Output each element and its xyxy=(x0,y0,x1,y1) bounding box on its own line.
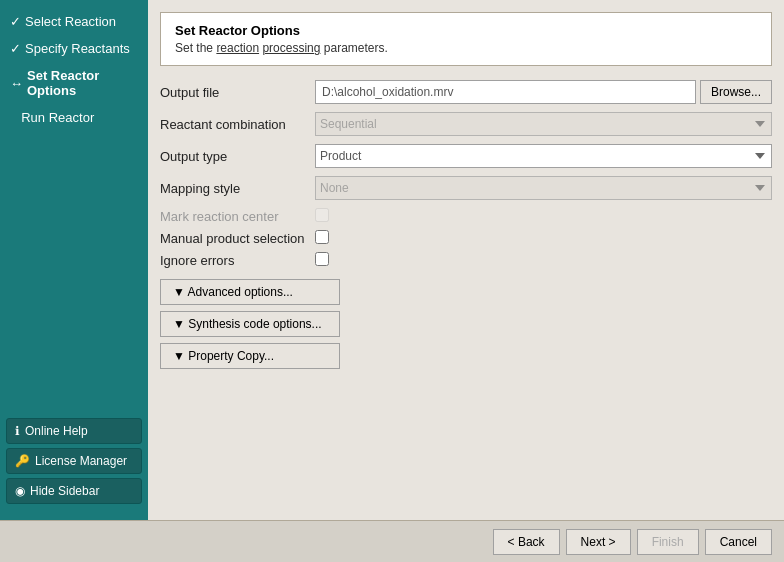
advanced-options-button[interactable]: ▼ Advanced options... xyxy=(160,279,340,305)
output-type-select[interactable]: Product Reaction Both xyxy=(315,144,772,168)
sidebar-item-label: Select Reaction xyxy=(25,14,116,29)
key-icon: 🔑 xyxy=(15,454,30,468)
ignore-errors-label: Ignore errors xyxy=(160,253,315,268)
mapping-style-control: None Complete Matching xyxy=(315,176,772,200)
reactant-combination-label: Reactant combination xyxy=(160,117,315,132)
mark-reaction-center-checkbox[interactable] xyxy=(315,208,329,222)
manual-product-selection-checkbox[interactable] xyxy=(315,230,329,244)
placeholder-icon xyxy=(10,110,17,125)
checkmark-icon: ✓ xyxy=(10,14,21,29)
page-title: Set Reactor Options xyxy=(175,23,757,38)
arrow-icon: ↔ xyxy=(10,76,23,91)
reactant-combination-select[interactable]: Sequential Combinatorial xyxy=(315,112,772,136)
ignore-errors-row: Ignore errors xyxy=(160,252,772,269)
back-button[interactable]: < Back xyxy=(493,529,560,555)
property-copy-button[interactable]: ▼ Property Copy... xyxy=(160,343,340,369)
mapping-style-label: Mapping style xyxy=(160,181,315,196)
browse-button[interactable]: Browse... xyxy=(700,80,772,104)
mapping-style-select[interactable]: None Complete Matching xyxy=(315,176,772,200)
page-description: Set the reaction processing parameters. xyxy=(175,41,757,55)
synthesis-code-options-button[interactable]: ▼ Synthesis code options... xyxy=(160,311,340,337)
hide-sidebar-button[interactable]: ◉ Hide Sidebar xyxy=(6,478,142,504)
page-header: Set Reactor Options Set the reaction pro… xyxy=(160,12,772,66)
next-button[interactable]: Next > xyxy=(566,529,631,555)
online-help-label: Online Help xyxy=(25,424,88,438)
sidebar-item-label: Specify Reactants xyxy=(25,41,130,56)
sidebar-item-select-reaction[interactable]: ✓ Select Reaction xyxy=(0,8,148,35)
sidebar-item-run-reactor[interactable]: Run Reactor xyxy=(0,104,148,131)
form-container: Output file Browse... Reactant combinati… xyxy=(160,80,772,508)
license-manager-label: License Manager xyxy=(35,454,127,468)
online-help-button[interactable]: ℹ Online Help xyxy=(6,418,142,444)
checkmark-icon: ✓ xyxy=(10,41,21,56)
advanced-options-section: ▼ Advanced options... ▼ Synthesis code o… xyxy=(160,279,772,369)
mark-reaction-center-control xyxy=(315,208,772,225)
ignore-errors-control xyxy=(315,252,772,269)
license-manager-button[interactable]: 🔑 License Manager xyxy=(6,448,142,474)
sidebar-item-label: Set Reactor Options xyxy=(27,68,138,98)
sidebar-item-label: Run Reactor xyxy=(21,110,94,125)
output-file-control: Browse... xyxy=(315,80,772,104)
help-icon: ℹ xyxy=(15,424,20,438)
mapping-style-row: Mapping style None Complete Matching xyxy=(160,176,772,200)
cancel-button[interactable]: Cancel xyxy=(705,529,772,555)
content-area: Set Reactor Options Set the reaction pro… xyxy=(148,0,784,520)
output-file-label: Output file xyxy=(160,85,315,100)
sidebar-bottom: ℹ Online Help 🔑 License Manager ◉ Hide S… xyxy=(0,410,148,512)
sidebar-nav: ✓ Select Reaction ✓ Specify Reactants ↔ … xyxy=(0,8,148,410)
output-type-control: Product Reaction Both xyxy=(315,144,772,168)
sidebar: ✓ Select Reaction ✓ Specify Reactants ↔ … xyxy=(0,0,148,520)
footer: < Back Next > Finish Cancel xyxy=(0,520,784,562)
output-type-label: Output type xyxy=(160,149,315,164)
sidebar-item-specify-reactants[interactable]: ✓ Specify Reactants xyxy=(0,35,148,62)
manual-product-selection-control xyxy=(315,230,772,247)
output-file-row: Output file Browse... xyxy=(160,80,772,104)
sidebar-item-set-reactor-options[interactable]: ↔ Set Reactor Options xyxy=(0,62,148,104)
output-type-row: Output type Product Reaction Both xyxy=(160,144,772,168)
reactant-combination-control: Sequential Combinatorial xyxy=(315,112,772,136)
manual-product-selection-label: Manual product selection xyxy=(160,231,315,246)
mark-reaction-center-row: Mark reaction center xyxy=(160,208,772,225)
ignore-errors-checkbox[interactable] xyxy=(315,252,329,266)
hide-sidebar-label: Hide Sidebar xyxy=(30,484,99,498)
mark-reaction-center-label: Mark reaction center xyxy=(160,209,315,224)
manual-product-selection-row: Manual product selection xyxy=(160,230,772,247)
circle-icon: ◉ xyxy=(15,484,25,498)
finish-button[interactable]: Finish xyxy=(637,529,699,555)
reactant-combination-row: Reactant combination Sequential Combinat… xyxy=(160,112,772,136)
output-file-input[interactable] xyxy=(315,80,696,104)
main-container: ✓ Select Reaction ✓ Specify Reactants ↔ … xyxy=(0,0,784,520)
